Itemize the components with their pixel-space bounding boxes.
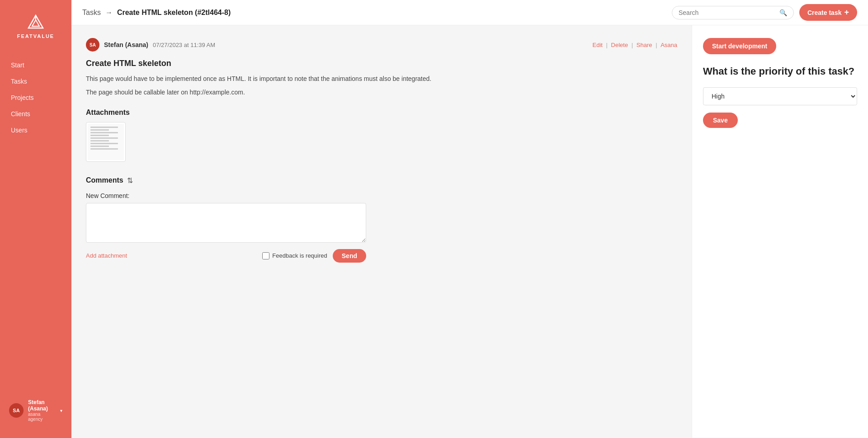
add-attachment-link[interactable]: Add attachment bbox=[86, 252, 127, 259]
sidebar-avatar: SA bbox=[9, 403, 24, 418]
task-title: Create HTML skeleton bbox=[86, 59, 677, 68]
create-task-label: Create task bbox=[807, 9, 842, 16]
send-button[interactable]: Send bbox=[333, 249, 366, 263]
task-description-1: This page would have to be implemented o… bbox=[86, 74, 677, 84]
thumb-line bbox=[90, 146, 109, 147]
priority-question: What is the priority of this task? bbox=[703, 65, 857, 78]
search-icon: 🔍 bbox=[779, 9, 787, 16]
thumb-line bbox=[90, 143, 118, 144]
sep2: | bbox=[632, 42, 635, 48]
comment-textarea[interactable] bbox=[86, 203, 366, 243]
header: Tasks → Create HTML skeleton (#2tl464-8)… bbox=[71, 0, 868, 25]
create-task-button[interactable]: Create task + bbox=[799, 4, 857, 21]
thumb-line bbox=[90, 137, 118, 139]
sidebar-item-projects[interactable]: Projects bbox=[0, 89, 71, 106]
sidebar-user-info: Stefan (Asana) asana agency bbox=[28, 399, 56, 422]
share-link[interactable]: Share bbox=[637, 42, 652, 48]
search-box: 🔍 bbox=[672, 6, 794, 19]
thumb-line bbox=[90, 129, 109, 131]
thumb-line bbox=[90, 148, 118, 150]
breadcrumb-arrow: → bbox=[105, 9, 113, 17]
sidebar-item-start[interactable]: Start bbox=[0, 57, 71, 73]
logo-text: FEATVALUE bbox=[17, 33, 54, 39]
breadcrumb: Tasks → Create HTML skeleton (#2tl464-8) bbox=[82, 9, 231, 17]
thumb-line bbox=[90, 127, 118, 128]
attachment-thumbnail[interactable] bbox=[86, 122, 126, 162]
delete-link[interactable]: Delete bbox=[611, 42, 628, 48]
sidebar-user-area[interactable]: SA Stefan (Asana) asana agency ▾ bbox=[0, 392, 71, 429]
header-right: 🔍 Create task + bbox=[672, 4, 857, 21]
breadcrumb-tasks[interactable]: Tasks bbox=[82, 9, 101, 17]
asana-link[interactable]: Asana bbox=[660, 42, 677, 48]
feedback-checkbox-label: Feedback is required bbox=[262, 252, 327, 259]
sort-icon[interactable]: ⇅ bbox=[127, 176, 133, 185]
attachment-preview bbox=[88, 124, 124, 160]
sidebar-item-tasks[interactable]: Tasks bbox=[0, 73, 71, 89]
start-development-button[interactable]: Start development bbox=[703, 38, 776, 54]
sidebar-user-name: Stefan (Asana) bbox=[28, 399, 56, 412]
sidebar-user-agency: asana agency bbox=[28, 412, 56, 422]
thumb-line bbox=[90, 135, 109, 136]
task-author: Stefan (Asana) bbox=[104, 41, 148, 48]
new-comment-label: New Comment: bbox=[86, 192, 677, 199]
attachments-title: Attachments bbox=[86, 108, 677, 117]
task-date: 07/27/2023 at 11:39 AM bbox=[153, 42, 215, 48]
task-meta: SA Stefan (Asana) 07/27/2023 at 11:39 AM… bbox=[86, 38, 677, 52]
task-main: SA Stefan (Asana) 07/27/2023 at 11:39 AM… bbox=[71, 25, 692, 438]
sep1: | bbox=[606, 42, 609, 48]
breadcrumb-current: Create HTML skeleton (#2tl464-8) bbox=[117, 9, 231, 17]
search-input[interactable] bbox=[679, 9, 776, 16]
thumb-line bbox=[90, 132, 118, 133]
sidebar: FEATVALUE Start Tasks Projects Clients U… bbox=[0, 0, 71, 438]
feedback-label: Feedback is required bbox=[272, 252, 327, 259]
task-meta-left: SA Stefan (Asana) 07/27/2023 at 11:39 AM bbox=[86, 38, 215, 52]
sep3: | bbox=[656, 42, 659, 48]
task-description-2: The page should be callable later on htt… bbox=[86, 87, 677, 97]
plus-icon: + bbox=[844, 8, 849, 17]
feedback-required-checkbox[interactable] bbox=[262, 252, 269, 259]
attachments-section: Attachments bbox=[86, 108, 677, 162]
chevron-down-icon: ▾ bbox=[60, 408, 62, 413]
comments-title: Comments bbox=[86, 176, 123, 184]
comments-section: Comments ⇅ New Comment: Add attachment F… bbox=[86, 176, 677, 263]
comment-footer-right: Feedback is required Send bbox=[262, 249, 366, 263]
comment-footer: Add attachment Feedback is required Send bbox=[86, 249, 366, 263]
task-sidebar: Start development What is the priority o… bbox=[692, 25, 868, 438]
sidebar-item-users[interactable]: Users bbox=[0, 122, 71, 138]
logo-area: FEATVALUE bbox=[0, 9, 71, 43]
comments-header: Comments ⇅ bbox=[86, 176, 677, 185]
edit-link[interactable]: Edit bbox=[593, 42, 603, 48]
task-actions: Edit | Delete | Share | Asana bbox=[593, 42, 677, 48]
main-area: Tasks → Create HTML skeleton (#2tl464-8)… bbox=[71, 0, 868, 438]
save-button[interactable]: Save bbox=[703, 113, 738, 128]
logo-icon bbox=[27, 14, 45, 32]
thumb-line bbox=[90, 140, 109, 141]
content-area: SA Stefan (Asana) 07/27/2023 at 11:39 AM… bbox=[71, 25, 868, 438]
sidebar-item-clients[interactable]: Clients bbox=[0, 106, 71, 122]
priority-select[interactable]: Low Medium High Critical bbox=[703, 87, 857, 105]
author-avatar: SA bbox=[86, 38, 99, 52]
